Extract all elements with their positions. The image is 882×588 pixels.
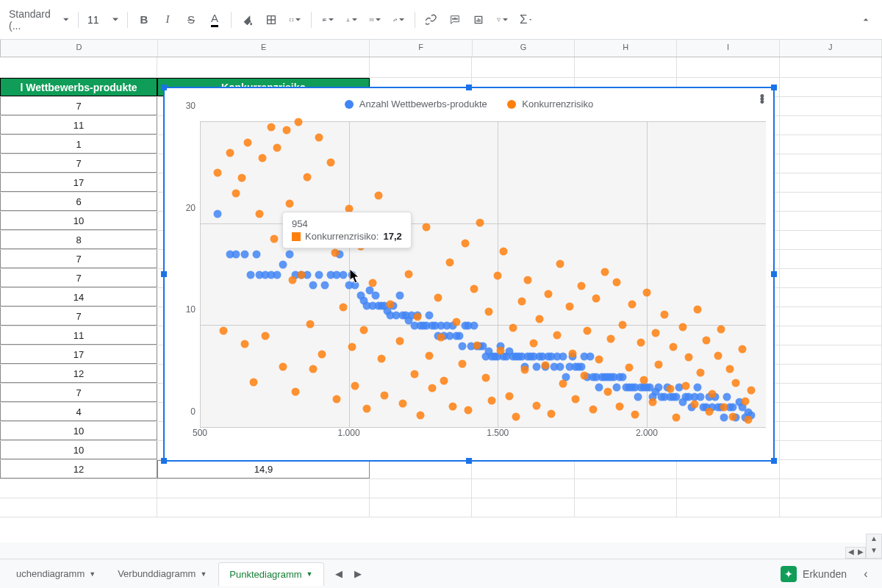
scatter-point[interactable]	[398, 399, 406, 407]
scatter-point[interactable]	[485, 307, 493, 315]
scatter-point[interactable]	[372, 291, 380, 299]
cell[interactable]	[157, 479, 370, 498]
scatter-point[interactable]	[559, 352, 567, 360]
resize-handle[interactable]	[771, 458, 777, 464]
cell[interactable]	[780, 57, 882, 77]
cell-d[interactable]: 7	[0, 384, 157, 402]
bold-button[interactable]: B	[134, 10, 154, 30]
scatter-point[interactable]	[639, 376, 648, 384]
sheet-tab-punkt[interactable]: Punktediagramm▼	[218, 562, 323, 586]
scatter-point[interactable]	[476, 219, 484, 227]
cell[interactable]	[370, 460, 472, 478]
scatter-point[interactable]	[318, 351, 326, 359]
scatter-point[interactable]	[684, 354, 692, 362]
scatter-point[interactable]	[387, 301, 395, 309]
cell[interactable]	[370, 57, 472, 77]
h-scroll-buttons[interactable]: ◀ ▶	[845, 547, 866, 559]
scatter-point[interactable]	[696, 369, 704, 377]
scatter-point[interactable]	[545, 290, 553, 298]
cell[interactable]	[780, 173, 882, 192]
scatter-point[interactable]	[404, 270, 412, 278]
resize-handle[interactable]	[161, 85, 167, 90]
scatter-point[interactable]	[729, 412, 737, 420]
scatter-point[interactable]	[488, 396, 496, 404]
grid-row[interactable]	[0, 479, 882, 498]
scatter-point[interactable]	[288, 276, 296, 284]
scatter-point[interactable]	[571, 395, 579, 404]
scatter-point[interactable]	[285, 199, 293, 207]
scatter-point[interactable]	[348, 343, 356, 351]
resize-handle[interactable]	[771, 85, 777, 90]
scatter-point[interactable]	[246, 271, 254, 279]
scatter-point[interactable]	[726, 365, 734, 373]
font-family-select[interactable]: Standard (...	[6, 5, 72, 35]
scatter-point[interactable]	[559, 380, 567, 388]
scatter-point[interactable]	[351, 281, 359, 289]
cell[interactable]	[677, 460, 779, 478]
cell[interactable]	[780, 441, 882, 459]
cell-d[interactable]: 7	[0, 269, 157, 287]
scatter-point[interactable]	[309, 281, 318, 289]
scatter-point[interactable]	[237, 174, 245, 182]
scatter-point[interactable]	[548, 409, 556, 417]
fill-color-button[interactable]	[237, 10, 258, 30]
toolbar-collapse-button[interactable]	[856, 10, 876, 30]
scatter-point[interactable]	[395, 291, 404, 299]
cell[interactable]	[575, 460, 677, 478]
resize-handle[interactable]	[466, 458, 472, 464]
v-align-button[interactable]	[341, 10, 362, 30]
col-header-e[interactable]: E	[158, 40, 370, 57]
scatter-point[interactable]	[279, 362, 287, 370]
resize-handle[interactable]	[771, 271, 777, 277]
scatter-point[interactable]	[214, 169, 222, 177]
cell[interactable]	[780, 384, 882, 402]
scatter-point[interactable]	[291, 388, 299, 396]
scatter-point[interactable]	[262, 332, 270, 340]
strikethrough-button[interactable]: S	[181, 10, 201, 30]
italic-button[interactable]: I	[157, 10, 178, 30]
insert-chart-button[interactable]	[468, 10, 489, 30]
cell[interactable]	[780, 269, 882, 287]
scatter-point[interactable]	[655, 383, 663, 391]
cell[interactable]	[157, 498, 370, 517]
scatter-point[interactable]	[655, 361, 663, 369]
cell-d[interactable]: 17	[0, 345, 157, 364]
scatter-point[interactable]	[595, 356, 603, 364]
insert-comment-button[interactable]	[445, 10, 465, 30]
scroll-up-button[interactable]: ▲	[867, 534, 881, 546]
scatter-point[interactable]	[482, 374, 490, 382]
scatter-point[interactable]	[440, 377, 448, 385]
cell-d[interactable]: 10	[0, 422, 157, 440]
scatter-point[interactable]	[690, 401, 698, 409]
text-rotation-button[interactable]	[388, 10, 409, 30]
scatter-point[interactable]	[429, 384, 437, 392]
scatter-point[interactable]	[565, 303, 573, 311]
cell[interactable]	[0, 57, 157, 77]
col-header-d[interactable]: D	[1, 40, 158, 57]
scatter-point[interactable]	[532, 401, 540, 409]
scatter-point[interactable]	[500, 248, 508, 256]
scatter-point[interactable]	[426, 312, 434, 320]
scatter-point[interactable]	[693, 306, 701, 314]
cell-d[interactable]: 7	[0, 154, 157, 173]
cell[interactable]	[780, 231, 882, 249]
scatter-point[interactable]	[470, 322, 478, 330]
scatter-point[interactable]	[434, 293, 442, 301]
font-size-select[interactable]: 11	[85, 11, 121, 29]
cell-d[interactable]: 10	[0, 212, 157, 230]
scatter-point[interactable]	[452, 318, 460, 326]
cell-d[interactable]: 12	[0, 365, 157, 383]
scatter-point[interactable]	[634, 393, 642, 401]
cell-d[interactable]: 11	[0, 326, 157, 345]
scatter-point[interactable]	[395, 337, 404, 345]
sheet-tab-kuchen[interactable]: uchendiagramm▼	[6, 562, 106, 585]
scatter-point[interactable]	[327, 159, 335, 167]
scatter-point[interactable]	[226, 148, 234, 157]
cell-d[interactable]: 17	[0, 173, 157, 192]
scatter-point[interactable]	[253, 251, 261, 259]
resize-handle[interactable]	[161, 458, 167, 464]
scroll-right-button[interactable]: ▶	[856, 548, 865, 558]
scatter-point[interactable]	[458, 359, 466, 368]
scatter-point[interactable]	[461, 240, 469, 248]
cell-d[interactable]: 11	[0, 116, 157, 135]
